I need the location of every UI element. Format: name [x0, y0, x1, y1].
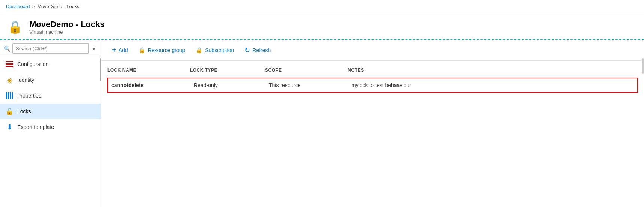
page-subtitle: Virtual machine [29, 29, 105, 35]
resource-group-label: Resource group [148, 47, 186, 53]
add-button[interactable]: + Add [107, 44, 133, 57]
subscription-lock-icon: 🔒 [196, 47, 203, 54]
resource-group-button[interactable]: 🔒 Resource group [134, 45, 190, 56]
header-lock-icon: 🔒 [6, 18, 24, 36]
configuration-icon [5, 60, 14, 68]
refresh-label: Refresh [252, 47, 271, 53]
sidebar-item-locks[interactable]: 🔒 Locks [0, 104, 101, 119]
breadcrumb-current: MoveDemo - Locks [37, 4, 79, 9]
export-template-label: Export template [17, 124, 54, 130]
svg-rect-3 [6, 92, 7, 99]
svg-rect-0 [6, 61, 13, 62]
main-layout: 🔍 « Configuration ◈ Identity [0, 40, 644, 207]
refresh-icon: ↻ [244, 46, 250, 54]
subscription-button[interactable]: 🔒 Subscription [191, 45, 238, 56]
sidebar: 🔍 « Configuration ◈ Identity [0, 40, 101, 207]
svg-rect-4 [8, 92, 9, 99]
column-lock-name: LOCK NAME [107, 68, 190, 73]
header-text-block: MoveDemo - Locks Virtual machine [29, 20, 105, 35]
table-area: LOCK NAME LOCK TYPE SCOPE NOTES cannotde… [101, 61, 644, 207]
search-input[interactable] [12, 44, 89, 54]
locks-label: Locks [17, 108, 31, 114]
column-lock-type: LOCK TYPE [190, 68, 265, 73]
locks-icon: 🔒 [5, 107, 14, 116]
export-template-icon: ⬇ [5, 123, 14, 131]
column-scope: SCOPE [265, 68, 348, 73]
content-scrollbar[interactable] [642, 58, 644, 74]
sidebar-item-export-template[interactable]: ⬇ Export template [0, 119, 101, 135]
subscription-label: Subscription [205, 47, 234, 53]
breadcrumb-dashboard-link[interactable]: Dashboard [6, 4, 30, 9]
page-header: 🔒 MoveDemo - Locks Virtual machine [0, 14, 644, 40]
table-header: LOCK NAME LOCK TYPE SCOPE NOTES [107, 65, 638, 75]
toolbar: + Add 🔒 Resource group 🔒 Subscription ↻ … [101, 40, 644, 61]
properties-icon [5, 92, 14, 100]
collapse-sidebar-button[interactable]: « [91, 44, 97, 54]
column-notes: NOTES [348, 68, 638, 73]
sidebar-items-list: Configuration ◈ Identity Properties [0, 56, 101, 207]
refresh-button[interactable]: ↻ Refresh [240, 44, 275, 57]
sidebar-item-configuration[interactable]: Configuration [0, 56, 101, 72]
properties-label: Properties [17, 93, 41, 99]
sidebar-scrollbar[interactable] [100, 58, 101, 81]
cell-scope: This resource [269, 82, 351, 88]
cell-lock-name: cannotdelete [111, 82, 194, 88]
breadcrumb: Dashboard > MoveDemo - Locks [0, 0, 644, 14]
page-title: MoveDemo - Locks [29, 20, 105, 29]
svg-rect-6 [12, 92, 13, 99]
content-area: + Add 🔒 Resource group 🔒 Subscription ↻ … [101, 40, 644, 207]
configuration-label: Configuration [17, 61, 48, 67]
add-icon: + [112, 46, 116, 54]
table-row[interactable]: cannotdelete Read-only This resource myl… [108, 78, 637, 92]
search-icon: 🔍 [4, 46, 10, 52]
add-label: Add [119, 47, 128, 53]
resource-group-lock-icon: 🔒 [139, 47, 146, 54]
svg-rect-2 [6, 66, 13, 67]
sidebar-item-identity[interactable]: ◈ Identity [0, 72, 101, 88]
cell-lock-type: Read-only [194, 82, 269, 88]
breadcrumb-separator: > [32, 4, 35, 9]
svg-rect-5 [10, 92, 11, 99]
cell-notes: mylock to test behaaviour [351, 82, 634, 88]
sidebar-item-properties[interactable]: Properties [0, 88, 101, 104]
identity-icon: ◈ [5, 76, 14, 84]
identity-label: Identity [17, 77, 34, 83]
sidebar-search-bar: 🔍 « [0, 40, 101, 56]
highlighted-row-wrapper: cannotdelete Read-only This resource myl… [107, 78, 638, 93]
svg-rect-1 [6, 63, 13, 64]
